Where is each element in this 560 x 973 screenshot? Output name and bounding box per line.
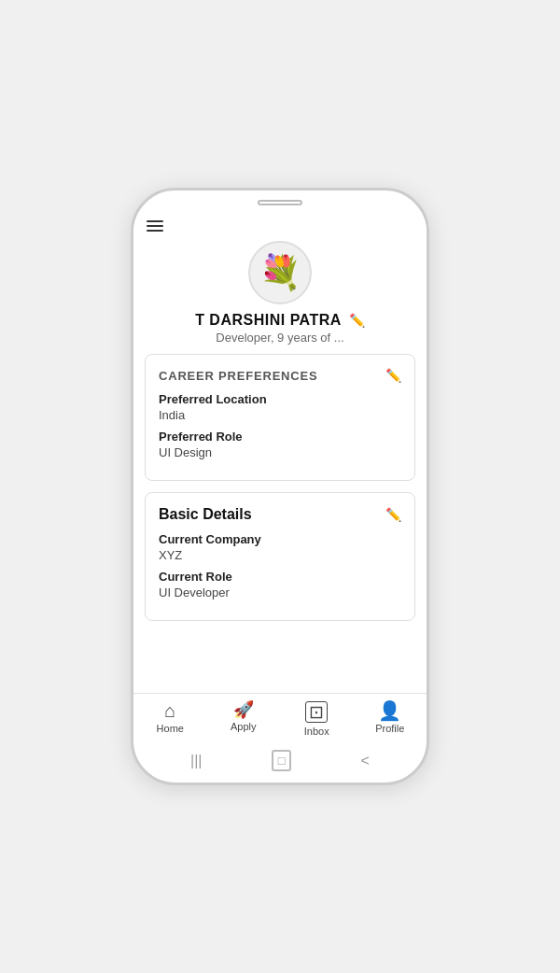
nav-label-profile: Profile	[375, 723, 404, 734]
hamburger-line-1	[147, 220, 163, 222]
basic-card-header: Basic Details ✏️	[159, 506, 401, 523]
basic-field-1: Current Role UI Developer	[159, 570, 401, 599]
bottom-nav: ⌂ Home 🚀 Apply ⊡ Inbox 👤 Profile	[133, 693, 427, 742]
hamburger-menu[interactable]	[147, 220, 163, 232]
nav-label-home: Home	[157, 723, 184, 734]
profile-name-row: T DARSHINI PATRA ✏️	[195, 312, 365, 329]
bottom-ctrl-back[interactable]: <	[361, 753, 370, 769]
basic-label-0: Current Company	[159, 532, 401, 546]
avatar: 💐	[248, 241, 312, 304]
avatar-emoji: 💐	[259, 253, 301, 292]
nav-item-profile[interactable]: 👤 Profile	[354, 699, 427, 739]
notch-pill	[258, 200, 302, 205]
basic-value-0: XYZ	[159, 548, 401, 562]
inbox-icon: ⊡	[305, 701, 328, 723]
career-card-title: CAREER PREFERENCES	[159, 369, 317, 383]
nav-label-inbox: Inbox	[304, 726, 329, 737]
career-edit-icon[interactable]: ✏️	[385, 368, 401, 383]
basic-value-1: UI Developer	[159, 585, 401, 599]
apply-icon: 🚀	[233, 701, 254, 718]
hamburger-line-2	[147, 225, 163, 227]
career-field-1: Preferred Role UI Design	[159, 430, 401, 459]
bottom-ctrl-recent[interactable]: |||	[190, 753, 202, 769]
nav-item-home[interactable]: ⌂ Home	[133, 699, 207, 739]
phone-top-bar	[133, 190, 427, 211]
bottom-ctrl-home[interactable]: □	[272, 750, 292, 771]
phone-bottom-bar: ||| □ <	[133, 742, 427, 783]
screen-header	[133, 211, 427, 235]
career-value-0: India	[159, 408, 401, 422]
home-icon: ⌂	[164, 701, 175, 720]
profile-subtitle: Developer, 9 years of ...	[216, 331, 343, 345]
career-field-0: Preferred Location India	[159, 392, 401, 422]
profile-name: T DARSHINI PATRA	[195, 312, 342, 329]
basic-label-1: Current Role	[159, 570, 401, 584]
main-content: CAREER PREFERENCES ✏️ Preferred Location…	[133, 354, 427, 693]
nav-label-apply: Apply	[231, 721, 257, 732]
career-label-1: Preferred Role	[159, 430, 401, 444]
phone-screen: 💐 T DARSHINI PATRA ✏️ Developer, 9 years…	[133, 211, 427, 742]
basic-card-title: Basic Details	[159, 506, 252, 523]
profile-icon: 👤	[378, 701, 401, 720]
phone-frame: 💐 T DARSHINI PATRA ✏️ Developer, 9 years…	[131, 188, 429, 785]
basic-field-0: Current Company XYZ	[159, 532, 401, 562]
nav-item-inbox[interactable]: ⊡ Inbox	[280, 699, 354, 739]
nav-item-apply[interactable]: 🚀 Apply	[207, 699, 281, 739]
career-label-0: Preferred Location	[159, 392, 401, 406]
profile-section: 💐 T DARSHINI PATRA ✏️ Developer, 9 years…	[133, 235, 427, 354]
profile-edit-icon[interactable]: ✏️	[349, 313, 365, 328]
career-preferences-card: CAREER PREFERENCES ✏️ Preferred Location…	[145, 354, 415, 481]
basic-details-card: Basic Details ✏️ Current Company XYZ Cur…	[145, 492, 415, 621]
career-value-1: UI Design	[159, 445, 401, 459]
career-card-header: CAREER PREFERENCES ✏️	[159, 368, 401, 383]
basic-edit-icon[interactable]: ✏️	[385, 507, 401, 522]
hamburger-line-3	[147, 230, 163, 232]
